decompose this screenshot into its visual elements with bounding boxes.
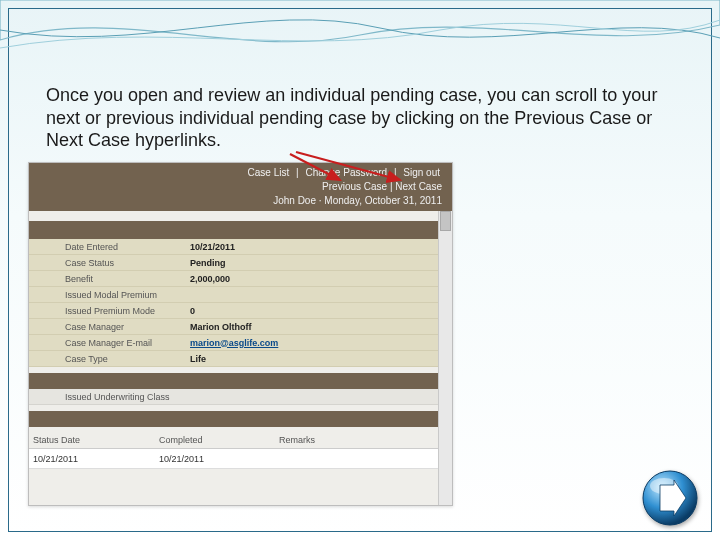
- sep: |: [392, 167, 401, 178]
- next-case-link[interactable]: Next Case: [395, 181, 442, 192]
- field-value: Pending: [184, 258, 226, 268]
- section-bar-2: [29, 373, 452, 389]
- field-value: marion@asglife.com: [184, 338, 278, 348]
- uw-label: Issued Underwriting Class: [29, 392, 219, 402]
- field-label: Case Status: [29, 258, 184, 268]
- field-row: Date Entered10/21/2011: [29, 239, 452, 255]
- field-label: Case Manager: [29, 322, 184, 332]
- cell-status-date: 10/21/2011: [29, 454, 159, 464]
- decorative-waves: [0, 0, 720, 70]
- change-password-link[interactable]: Change Password: [303, 167, 389, 178]
- field-row: Case ManagerMarion Olthoff: [29, 319, 452, 335]
- status-header-row: Status Date Completed Remarks: [29, 427, 452, 449]
- email-link[interactable]: marion@asglife.com: [190, 338, 278, 348]
- case-list-link[interactable]: Case List: [246, 167, 292, 178]
- scrollbar[interactable]: [438, 211, 452, 505]
- col-completed: Completed: [159, 435, 279, 445]
- col-status-date: Status Date: [29, 435, 159, 445]
- field-value: Marion Olthoff: [184, 322, 252, 332]
- col-remarks: Remarks: [279, 435, 379, 445]
- field-row: Case StatusPending: [29, 255, 452, 271]
- instruction-text: Once you open and review an individual p…: [46, 84, 676, 152]
- status-data-row: 10/21/2011 10/21/2011: [29, 449, 452, 469]
- scroll-thumb[interactable]: [440, 211, 451, 231]
- field-label: Case Type: [29, 354, 184, 364]
- field-value: 2,000,000: [184, 274, 230, 284]
- field-row: Case TypeLife: [29, 351, 452, 367]
- field-row: Benefit2,000,000: [29, 271, 452, 287]
- field-row: Case Manager E-mailmarion@asglife.com: [29, 335, 452, 351]
- section-bar-1: [29, 221, 452, 239]
- next-slide-button[interactable]: [640, 468, 700, 528]
- case-fields: Date Entered10/21/2011 Case StatusPendin…: [29, 239, 452, 367]
- field-value: 10/21/2011: [184, 242, 235, 252]
- current-date: Monday, October 31, 2011: [324, 195, 442, 206]
- field-label: Date Entered: [29, 242, 184, 252]
- header-links-row1: Case List | Change Password | Sign out: [246, 167, 442, 178]
- field-label: Issued Premium Mode: [29, 306, 184, 316]
- cell-completed: 10/21/2011: [159, 454, 279, 464]
- uw-row: Issued Underwriting Class: [29, 389, 452, 405]
- sep: |: [294, 167, 303, 178]
- app-screenshot: Case List | Change Password | Sign out P…: [28, 162, 453, 506]
- sign-out-link[interactable]: Sign out: [401, 167, 442, 178]
- field-value: 0: [184, 306, 195, 316]
- user-date-line: John Doe · Monday, October 31, 2011: [273, 195, 442, 206]
- previous-case-link[interactable]: Previous Case: [322, 181, 387, 192]
- user-name: John Doe: [273, 195, 316, 206]
- field-label: Benefit: [29, 274, 184, 284]
- field-row: Issued Modal Premium: [29, 287, 452, 303]
- app-header: Case List | Change Password | Sign out P…: [29, 163, 452, 211]
- header-links-row2: Previous Case | Next Case: [322, 181, 442, 192]
- field-label: Case Manager E-mail: [29, 338, 184, 348]
- section-bar-3: [29, 411, 452, 427]
- field-row: Issued Premium Mode0: [29, 303, 452, 319]
- field-value: Life: [184, 354, 206, 364]
- field-label: Issued Modal Premium: [29, 290, 184, 300]
